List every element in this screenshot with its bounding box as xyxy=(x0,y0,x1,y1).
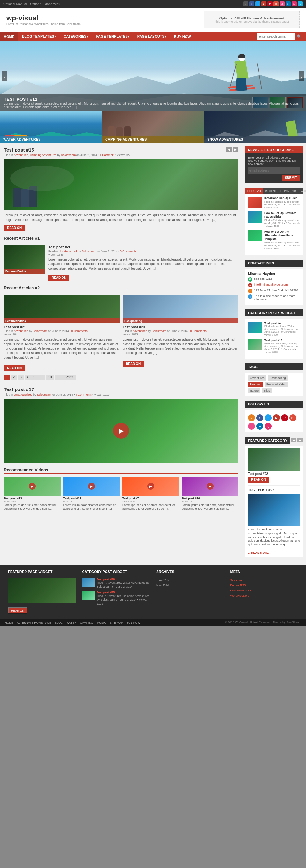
post-author-link[interactable]: Solostream xyxy=(61,153,76,157)
r2p2-cat[interactable]: Adventures xyxy=(133,330,147,333)
feat-cat-next[interactable]: ▶ xyxy=(297,438,303,442)
r2p2-author[interactable]: Solostream xyxy=(152,330,166,333)
footer-nav-buy[interactable]: BUY NOW xyxy=(127,621,140,624)
r2p1-read-more[interactable]: READ ON xyxy=(4,365,25,371)
post-category-link[interactable]: Adventures, Camping Adventures xyxy=(14,153,57,157)
youtube-icon[interactable]: ▶ xyxy=(261,1,267,6)
meta-wordpress[interactable]: WordPress.org xyxy=(231,594,249,597)
post-prev-arrow[interactable]: ◀ xyxy=(226,147,232,152)
tag-backpacking[interactable]: Backpacking xyxy=(268,375,288,380)
page-2[interactable]: 2 xyxy=(11,374,17,380)
article-1-read-more[interactable]: READ ON xyxy=(48,275,69,281)
newsletter-email-input[interactable] xyxy=(248,167,300,174)
post-comments-link[interactable]: 1 Comment xyxy=(99,153,114,157)
post-next-arrow[interactable]: ▶ xyxy=(233,147,238,152)
article-1-author[interactable]: Solostream xyxy=(81,250,96,253)
follow-youtube[interactable]: ▶ xyxy=(273,414,280,422)
page-last[interactable]: Last » xyxy=(63,374,75,380)
contact-email-link[interactable]: info@mirandahayden.com xyxy=(254,283,287,286)
p17-cat[interactable]: Uncategorized xyxy=(14,393,33,396)
vimeo-icon[interactable]: v xyxy=(298,1,303,6)
nav-buy-now[interactable]: BUY NOW xyxy=(170,32,195,41)
read-more-button[interactable]: READ ON xyxy=(4,225,25,231)
feat-cat-prev[interactable]: ◀ xyxy=(291,438,297,442)
r2p1-comments[interactable]: 0 Comments xyxy=(71,330,88,333)
follow-rss[interactable]: ▸ xyxy=(248,414,255,422)
archive-june[interactable]: June 2014 xyxy=(156,579,170,582)
facebook-icon[interactable]: f xyxy=(249,1,254,6)
r2p1-author[interactable]: Solostream xyxy=(33,330,47,333)
rec-video-4-thumb[interactable]: ▶ xyxy=(182,476,238,496)
rec-video-1-thumb[interactable]: ▶ xyxy=(4,476,61,496)
article-1-comments[interactable]: 0 Comments xyxy=(120,250,136,253)
search-button[interactable]: 🔍 xyxy=(295,33,303,40)
tab-archives[interactable]: ARCHIVES xyxy=(299,188,306,194)
follow-google[interactable]: G+ xyxy=(290,414,297,422)
rec-video-4-play[interactable]: ▶ xyxy=(207,483,213,490)
r2p1-cat[interactable]: Adventures xyxy=(14,330,28,333)
pinterest-icon[interactable]: P xyxy=(267,1,273,6)
nav-page-templates[interactable]: PAGE TEMPLATES▾ xyxy=(93,32,134,41)
footer-nav-sitemap[interactable]: SITE MAP xyxy=(110,621,123,624)
rec-video-2-thumb[interactable]: ▶ xyxy=(63,476,120,496)
footer-nav-alternate[interactable]: ALTERNATE HOME PAGE xyxy=(17,621,51,624)
featured-category-read-more[interactable]: READ ON xyxy=(248,476,269,483)
footer-read-more-1[interactable]: READ ON xyxy=(8,608,27,614)
meta-comments-rss[interactable]: Comments RSS xyxy=(231,589,251,592)
page-3[interactable]: 3 xyxy=(18,374,24,380)
slider-next[interactable]: › xyxy=(299,71,304,81)
meta-site-admin[interactable]: Site Admin xyxy=(231,579,244,582)
nav-page-layouts[interactable]: PAGE LAYOUTS▾ xyxy=(134,32,170,41)
feat-read-more-link[interactable]: ... READ MORE xyxy=(248,551,269,554)
tag-adventures[interactable]: Adventures xyxy=(248,375,267,380)
tab-comments[interactable]: COMMENTS xyxy=(279,188,299,194)
post-17-play-button[interactable]: ▶ xyxy=(113,423,129,439)
tag-nature[interactable]: Nature xyxy=(248,388,261,393)
tab-popular[interactable]: POPULAR xyxy=(245,188,263,194)
meta-entries-rss[interactable]: Entries RSS xyxy=(231,584,246,587)
nav-blog-templates[interactable]: BLOG TEMPLATES▾ xyxy=(18,32,60,41)
follow-twitter[interactable]: t xyxy=(265,414,272,422)
tag-featured[interactable]: Featured xyxy=(248,382,263,387)
article-1-cat[interactable]: Uncategorized xyxy=(59,250,77,253)
footer-nav-water[interactable]: WATER xyxy=(66,621,76,624)
rec-video-3-thumb[interactable]: ▶ xyxy=(123,476,179,496)
r2p2-comments[interactable]: 0 Comments xyxy=(190,330,207,333)
footer-nav-music[interactable]: MUSIC xyxy=(97,621,106,624)
footer-nav-camping[interactable]: CAMPING xyxy=(80,621,93,624)
nav-categories[interactable]: CATEGORIES▾ xyxy=(60,32,93,41)
follow-linkedin[interactable]: in xyxy=(256,423,263,430)
instagram-icon[interactable]: ig xyxy=(292,1,297,6)
tag-trips[interactable]: Trips xyxy=(262,388,272,393)
newsletter-submit[interactable]: SUBMIT xyxy=(282,175,300,181)
google-icon[interactable]: G xyxy=(273,1,279,6)
follow-facebook[interactable]: f xyxy=(256,414,263,422)
follow-instagram[interactable]: ig xyxy=(265,423,272,430)
page-5[interactable]: 5 xyxy=(31,374,38,380)
rec-video-2-play[interactable]: ▶ xyxy=(88,483,95,490)
rec-video-3-play[interactable]: ▶ xyxy=(147,483,154,490)
top-nav-item-2[interactable]: Option2 xyxy=(30,2,41,6)
twitter-icon[interactable]: t xyxy=(255,1,261,6)
follow-dribbble[interactable]: d xyxy=(248,423,255,430)
follow-pinterest[interactable]: P xyxy=(281,414,288,422)
nav-home[interactable]: HOME xyxy=(0,32,18,41)
linkedin-icon[interactable]: in xyxy=(285,1,291,6)
tab-recent[interactable]: RECENT xyxy=(263,188,279,194)
tag-featured-video[interactable]: Featured Video xyxy=(265,382,288,387)
cat-banner-camping[interactable]: CAMPING ADVENTURES xyxy=(102,111,204,143)
top-nav-item-1[interactable]: Optional Nav Bar xyxy=(3,2,27,6)
r2p2-read-more[interactable]: READ ON xyxy=(123,361,144,367)
page-4[interactable]: 4 xyxy=(25,374,31,380)
page-1[interactable]: 1 xyxy=(4,374,10,380)
footer-nav-home[interactable]: HOME xyxy=(5,621,13,624)
p17-comments[interactable]: 0 Comments xyxy=(75,393,92,396)
footer-nav-blog[interactable]: BLOG xyxy=(55,621,63,624)
slider-prev[interactable]: ‹ xyxy=(2,71,7,81)
rss-icon[interactable]: ▸ xyxy=(243,1,248,6)
p17-author[interactable]: Solostream xyxy=(37,393,52,396)
page-10[interactable]: 10 xyxy=(46,374,54,380)
cat-banner-snow[interactable]: SNOW ADVENTURES xyxy=(204,111,306,143)
top-nav-item-3[interactable]: Dropdown▾ xyxy=(44,2,60,6)
cat-banner-water[interactable]: WATER ADVENTURES xyxy=(0,111,102,143)
